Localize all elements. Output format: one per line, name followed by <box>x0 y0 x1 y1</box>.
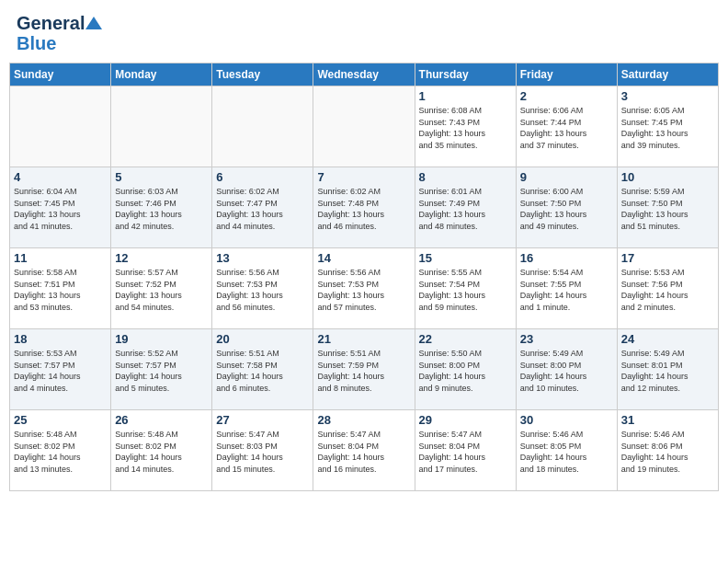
calendar-cell-w0d2 <box>212 86 313 167</box>
calendar-cell-w0d4: 1Sunrise: 6:08 AM Sunset: 7:43 PM Daylig… <box>415 86 516 167</box>
day-info: Sunrise: 5:49 AM Sunset: 8:01 PM Dayligh… <box>621 348 714 394</box>
calendar-cell-w0d6: 3Sunrise: 6:05 AM Sunset: 7:45 PM Daylig… <box>617 86 718 167</box>
day-number: 1 <box>419 89 512 103</box>
logo: GeneralBlue <box>17 13 102 53</box>
day-number: 5 <box>115 170 208 184</box>
day-number: 21 <box>317 332 410 346</box>
day-info: Sunrise: 5:50 AM Sunset: 8:00 PM Dayligh… <box>419 348 512 394</box>
day-info: Sunrise: 5:54 AM Sunset: 7:55 PM Dayligh… <box>520 267 613 313</box>
calendar-cell-w2d6: 17Sunrise: 5:53 AM Sunset: 7:56 PM Dayli… <box>617 248 718 329</box>
day-info: Sunrise: 5:49 AM Sunset: 8:00 PM Dayligh… <box>520 348 613 394</box>
day-info: Sunrise: 5:51 AM Sunset: 7:58 PM Dayligh… <box>216 348 309 394</box>
day-number: 13 <box>216 251 309 265</box>
day-number: 14 <box>317 251 410 265</box>
weekday-header-sunday: Sunday <box>10 63 111 86</box>
day-number: 4 <box>14 170 107 184</box>
logo-text: GeneralBlue <box>17 13 102 53</box>
day-info: Sunrise: 5:47 AM Sunset: 8:03 PM Dayligh… <box>216 429 309 475</box>
day-number: 9 <box>520 170 613 184</box>
calendar-cell-w3d6: 24Sunrise: 5:49 AM Sunset: 8:01 PM Dayli… <box>617 329 718 410</box>
day-info: Sunrise: 6:02 AM Sunset: 7:48 PM Dayligh… <box>317 186 410 232</box>
calendar-cell-w2d5: 16Sunrise: 5:54 AM Sunset: 7:55 PM Dayli… <box>516 248 617 329</box>
calendar-cell-w1d1: 5Sunrise: 6:03 AM Sunset: 7:46 PM Daylig… <box>111 167 212 248</box>
weekday-header-thursday: Thursday <box>415 63 516 86</box>
calendar-cell-w1d2: 6Sunrise: 6:02 AM Sunset: 7:47 PM Daylig… <box>212 167 313 248</box>
weekday-header-tuesday: Tuesday <box>212 63 313 86</box>
calendar-cell-w4d5: 30Sunrise: 5:46 AM Sunset: 8:05 PM Dayli… <box>516 410 617 491</box>
weekday-header-saturday: Saturday <box>617 63 718 86</box>
day-number: 3 <box>621 89 714 103</box>
day-number: 22 <box>419 332 512 346</box>
calendar-cell-w2d4: 15Sunrise: 5:55 AM Sunset: 7:54 PM Dayli… <box>415 248 516 329</box>
day-info: Sunrise: 5:51 AM Sunset: 7:59 PM Dayligh… <box>317 348 410 394</box>
day-info: Sunrise: 5:52 AM Sunset: 7:57 PM Dayligh… <box>115 348 208 394</box>
day-info: Sunrise: 5:56 AM Sunset: 7:53 PM Dayligh… <box>317 267 410 313</box>
calendar-cell-w1d5: 9Sunrise: 6:00 AM Sunset: 7:50 PM Daylig… <box>516 167 617 248</box>
day-number: 10 <box>621 170 714 184</box>
day-number: 16 <box>520 251 613 265</box>
day-info: Sunrise: 5:56 AM Sunset: 7:53 PM Dayligh… <box>216 267 309 313</box>
calendar-cell-w3d4: 22Sunrise: 5:50 AM Sunset: 8:00 PM Dayli… <box>415 329 516 410</box>
calendar-cell-w2d0: 11Sunrise: 5:58 AM Sunset: 7:51 PM Dayli… <box>10 248 111 329</box>
day-number: 19 <box>115 332 208 346</box>
weekday-header-monday: Monday <box>111 63 212 86</box>
day-info: Sunrise: 6:02 AM Sunset: 7:47 PM Dayligh… <box>216 186 309 232</box>
day-number: 26 <box>115 413 208 427</box>
day-info: Sunrise: 5:57 AM Sunset: 7:52 PM Dayligh… <box>115 267 208 313</box>
day-number: 27 <box>216 413 309 427</box>
day-number: 2 <box>520 89 613 103</box>
day-number: 12 <box>115 251 208 265</box>
day-number: 24 <box>621 332 714 346</box>
day-number: 15 <box>419 251 512 265</box>
day-info: Sunrise: 5:53 AM Sunset: 7:56 PM Dayligh… <box>621 267 714 313</box>
day-info: Sunrise: 5:55 AM Sunset: 7:54 PM Dayligh… <box>419 267 512 313</box>
day-number: 20 <box>216 332 309 346</box>
page-header: GeneralBlue <box>9 9 719 57</box>
day-number: 31 <box>621 413 714 427</box>
day-number: 25 <box>14 413 107 427</box>
day-info: Sunrise: 5:47 AM Sunset: 8:04 PM Dayligh… <box>317 429 410 475</box>
day-number: 28 <box>317 413 410 427</box>
calendar-table: SundayMondayTuesdayWednesdayThursdayFrid… <box>9 63 719 491</box>
day-info: Sunrise: 6:05 AM Sunset: 7:45 PM Dayligh… <box>621 105 714 151</box>
day-info: Sunrise: 6:03 AM Sunset: 7:46 PM Dayligh… <box>115 186 208 232</box>
day-number: 18 <box>14 332 107 346</box>
day-info: Sunrise: 5:47 AM Sunset: 8:04 PM Dayligh… <box>419 429 512 475</box>
calendar-cell-w2d3: 14Sunrise: 5:56 AM Sunset: 7:53 PM Dayli… <box>313 248 415 329</box>
calendar-cell-w0d3 <box>313 86 415 167</box>
calendar-cell-w2d1: 12Sunrise: 5:57 AM Sunset: 7:52 PM Dayli… <box>111 248 212 329</box>
day-number: 23 <box>520 332 613 346</box>
calendar-cell-w1d6: 10Sunrise: 5:59 AM Sunset: 7:50 PM Dayli… <box>617 167 718 248</box>
day-info: Sunrise: 6:00 AM Sunset: 7:50 PM Dayligh… <box>520 186 613 232</box>
calendar-cell-w3d5: 23Sunrise: 5:49 AM Sunset: 8:00 PM Dayli… <box>516 329 617 410</box>
calendar-cell-w4d3: 28Sunrise: 5:47 AM Sunset: 8:04 PM Dayli… <box>313 410 415 491</box>
calendar-cell-w4d4: 29Sunrise: 5:47 AM Sunset: 8:04 PM Dayli… <box>415 410 516 491</box>
day-info: Sunrise: 5:58 AM Sunset: 7:51 PM Dayligh… <box>14 267 107 313</box>
day-info: Sunrise: 5:59 AM Sunset: 7:50 PM Dayligh… <box>621 186 714 232</box>
calendar-cell-w3d2: 20Sunrise: 5:51 AM Sunset: 7:58 PM Dayli… <box>212 329 313 410</box>
calendar-cell-w3d0: 18Sunrise: 5:53 AM Sunset: 7:57 PM Dayli… <box>10 329 111 410</box>
calendar-cell-w4d2: 27Sunrise: 5:47 AM Sunset: 8:03 PM Dayli… <box>212 410 313 491</box>
calendar-cell-w0d1 <box>111 86 212 167</box>
day-number: 29 <box>419 413 512 427</box>
calendar-cell-w0d0 <box>10 86 111 167</box>
day-info: Sunrise: 6:01 AM Sunset: 7:49 PM Dayligh… <box>419 186 512 232</box>
svg-marker-0 <box>85 17 102 29</box>
weekday-header-friday: Friday <box>516 63 617 86</box>
day-info: Sunrise: 6:04 AM Sunset: 7:45 PM Dayligh… <box>14 186 107 232</box>
day-info: Sunrise: 5:46 AM Sunset: 8:05 PM Dayligh… <box>520 429 613 475</box>
day-info: Sunrise: 6:06 AM Sunset: 7:44 PM Dayligh… <box>520 105 613 151</box>
calendar-cell-w2d2: 13Sunrise: 5:56 AM Sunset: 7:53 PM Dayli… <box>212 248 313 329</box>
day-number: 30 <box>520 413 613 427</box>
day-number: 17 <box>621 251 714 265</box>
calendar-cell-w1d4: 8Sunrise: 6:01 AM Sunset: 7:49 PM Daylig… <box>415 167 516 248</box>
day-info: Sunrise: 5:48 AM Sunset: 8:02 PM Dayligh… <box>115 429 208 475</box>
day-number: 7 <box>317 170 410 184</box>
calendar-cell-w4d1: 26Sunrise: 5:48 AM Sunset: 8:02 PM Dayli… <box>111 410 212 491</box>
calendar-cell-w1d3: 7Sunrise: 6:02 AM Sunset: 7:48 PM Daylig… <box>313 167 415 248</box>
day-number: 8 <box>419 170 512 184</box>
day-number: 11 <box>14 251 107 265</box>
weekday-header-wednesday: Wednesday <box>313 63 415 86</box>
calendar-cell-w1d0: 4Sunrise: 6:04 AM Sunset: 7:45 PM Daylig… <box>10 167 111 248</box>
logo-icon <box>85 17 102 29</box>
